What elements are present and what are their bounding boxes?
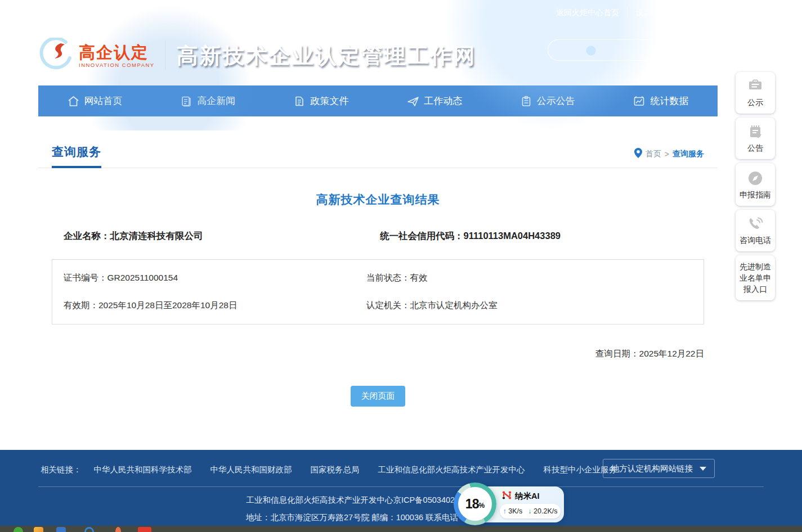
chevron-down-icon	[700, 467, 706, 471]
taskbar-icon-5[interactable]	[115, 527, 121, 532]
region-links-dropdown[interactable]: 地方认定机构网站链接	[603, 459, 715, 478]
clipboard-icon	[521, 96, 532, 107]
logo-swoosh-icon	[39, 38, 74, 74]
taskbar-icon-6[interactable]	[138, 527, 151, 532]
side-card-publicity[interactable]: 公示	[736, 72, 775, 114]
logo-subtitle: INNOVATION COMPANY	[79, 62, 155, 68]
query-service-panel: 查询服务 首页 > 查询服务 高新技术企业查询结果 企业名称：北京清连科技有限公…	[38, 130, 718, 416]
footer-link-tax[interactable]: 国家税务总局	[311, 465, 360, 475]
breadcrumb: 首页 > 查询服务	[634, 148, 704, 168]
icp-record-text: 工业和信息化部火炬高技术产业开发中心京ICP备05034026号-1	[246, 495, 474, 504]
nav-item-home[interactable]: 网站首页	[38, 85, 151, 116]
statistics-chart-icon	[633, 96, 645, 107]
footer-divider	[38, 486, 764, 487]
widget-app-name: 纳米AI	[515, 491, 540, 502]
nav-item-announcements[interactable]: 公示公告	[491, 85, 604, 116]
compass-icon	[737, 170, 773, 187]
footer-link-most[interactable]: 中华人民共和国科学技术部	[94, 465, 192, 475]
add-favorite-link[interactable]: 加入收藏	[675, 8, 715, 18]
certificate-detail-box: 证书编号：GR202511000154 当前状态：有效 有效期：2025年10月…	[52, 259, 704, 324]
side-quick-panel: 公示 公告 申报指南 咨询电话 先进制造业名单申报入口	[736, 72, 775, 300]
upload-arrow-icon: ↑	[503, 507, 507, 515]
set-homepage-link[interactable]: 设为首页	[628, 8, 675, 18]
search-box	[548, 39, 716, 61]
progress-gauge[interactable]: 18 %	[454, 483, 496, 525]
nav-item-statistics[interactable]: 统计数据	[604, 85, 718, 116]
notice-pad-icon	[737, 124, 773, 140]
nano-ai-logo-icon	[502, 490, 512, 502]
current-date: 2025年12月22日 星期一	[38, 8, 123, 18]
location-pin-icon	[634, 148, 642, 160]
billboard-icon	[737, 79, 773, 94]
topbar: 2025年12月22日 星期一 返回火炬中心首页 设为首页 加入收藏	[0, 0, 802, 26]
page-title: 查询服务	[52, 144, 101, 168]
policy-doc-icon	[294, 96, 305, 107]
search-button[interactable]	[693, 40, 716, 60]
query-date-label: 查询日期：	[595, 349, 639, 358]
cert-no-label: 证书编号：	[64, 273, 107, 282]
upload-speed: 3K/s	[508, 507, 522, 515]
side-card-advanced-manufacturing-entry[interactable]: 先进制造业名单申报入口	[736, 255, 775, 300]
logo-title: 高企认定	[79, 44, 155, 61]
taskbar-icon-1[interactable]	[14, 527, 23, 532]
taskbar	[0, 526, 802, 532]
query-date: 查询日期：2025年12月22日	[38, 348, 704, 360]
authority-label: 认定机关：	[366, 300, 410, 310]
search-icon	[698, 43, 711, 57]
footer-info: 工业和信息化部火炬高技术产业开发中心京ICP备05034026号-1京公 地址：…	[38, 492, 718, 526]
nano-ai-overlay-widget[interactable]: 纳米AI ↑ 3K/s ↓ 20.2K/s 18 %	[454, 483, 564, 526]
detail-row-2: 有效期：2025年10月28日至2028年10月28日 认定机关：北京市认定机构…	[52, 292, 704, 319]
authority-value: 北京市认定机构办公室	[410, 300, 498, 310]
site-header: 高企认定 INNOVATION COMPANY 高新技术企业认定管理工作网	[0, 26, 802, 85]
header-divider	[165, 41, 165, 70]
detail-row-1: 证书编号：GR202511000154 当前状态：有效	[52, 264, 704, 292]
search-input[interactable]	[548, 46, 693, 55]
validity-label: 有效期：	[64, 300, 98, 310]
nav-item-policy[interactable]: 政策文件	[265, 85, 378, 116]
close-page-button[interactable]: 关闭页面	[351, 386, 405, 407]
network-speeds: ↑ 3K/s ↓ 20.2K/s	[500, 504, 561, 519]
download-arrow-icon: ↓	[528, 507, 531, 515]
nav-item-work-dynamics[interactable]: 工作动态	[378, 85, 491, 116]
breadcrumb-separator: >	[665, 150, 669, 159]
site-logo[interactable]: 高企认定 INNOVATION COMPANY	[39, 38, 155, 74]
breadcrumb-home-link[interactable]: 首页	[646, 149, 661, 159]
result-title: 高新技术企业查询结果	[38, 192, 718, 208]
back-to-torch-home-link[interactable]: 返回火炬中心首页	[548, 8, 628, 18]
validity-value: 2025年10月28日至2028年10月28日	[98, 300, 237, 310]
company-info-row: 企业名称：北京清连科技有限公司 统一社会信用代码：91110113MA04H43…	[38, 230, 718, 242]
home-icon	[68, 96, 79, 107]
nav-item-news[interactable]: 高企新闻	[151, 85, 265, 116]
site-title: 高新技术企业认定管理工作网	[177, 42, 477, 70]
company-name-label: 企业名称：	[64, 231, 110, 241]
status-label: 当前状态：	[366, 273, 410, 282]
credit-code-value: 91110113MA04H43389	[464, 231, 561, 241]
topbar-links: 返回火炬中心首页 设为首页 加入收藏	[548, 8, 715, 18]
main-nav: 网站首页 高企新闻 政策文件 工作动态 公示公告 统计数据	[38, 85, 718, 116]
credit-code-label: 统一社会信用代码：	[380, 231, 464, 241]
side-card-consult-phone[interactable]: 咨询电话	[736, 210, 775, 251]
side-card-notice[interactable]: 公告	[736, 118, 775, 159]
status-value: 有效	[410, 273, 428, 282]
taskbar-icon-2[interactable]	[34, 527, 43, 532]
query-date-value: 2025年12月22日	[639, 349, 704, 358]
breadcrumb-current[interactable]: 查询服务	[673, 149, 704, 159]
panel-head: 查询服务 首页 > 查询服务	[38, 130, 718, 168]
gauge-percent-unit: %	[478, 502, 485, 510]
taskbar-icon-4[interactable]	[84, 527, 94, 532]
download-speed: 20.2K/s	[534, 507, 557, 515]
side-card-application-guide[interactable]: 申报指南	[736, 163, 775, 206]
footer-link-mof[interactable]: 中华人民共和国财政部	[210, 465, 292, 475]
phone-icon	[737, 217, 773, 232]
footer: 相关链接： 中华人民共和国科学技术部 中华人民共和国财政部 国家税务总局 工业和…	[0, 450, 802, 526]
related-links-label: 相关链接：	[41, 465, 82, 475]
taskbar-icon-3[interactable]	[56, 527, 66, 532]
gauge-percent-value: 18	[465, 497, 479, 512]
company-name-value: 北京清连科技有限公司	[110, 231, 203, 241]
paper-plane-icon	[407, 96, 419, 107]
news-icon	[181, 96, 192, 107]
footer-link-torch-center[interactable]: 工业和信息化部火炬高技术产业开发中心	[378, 465, 525, 475]
cert-no-value: GR202511000154	[107, 273, 178, 282]
